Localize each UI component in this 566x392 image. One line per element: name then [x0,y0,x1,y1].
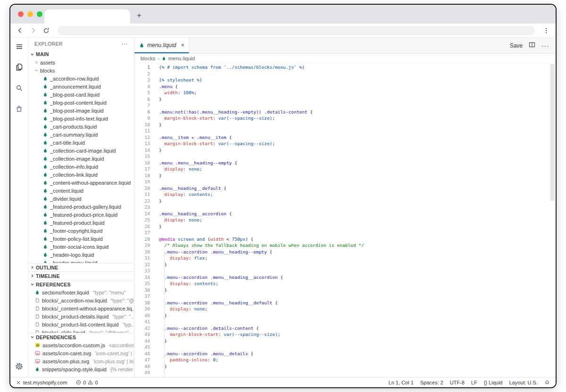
dependency-item[interactable]: assets/icon-plus.svg'icon-plus.svg' | in… [28,357,134,365]
code-line[interactable]: 30 .menu--accordion .menu__heading--empt… [134,249,556,255]
address-bar[interactable] [58,26,535,35]
section-main[interactable]: MAIN [28,50,134,58]
section-timeline[interactable]: TIMELINE [28,271,134,280]
cursor-position[interactable]: Ln 1, Col 1 [389,380,414,385]
code-line[interactable]: 47 padding-inline: 0; [134,357,556,363]
code-editor[interactable]: 1{% # import schema from '../schemas/blo… [134,63,556,377]
close-window-button[interactable] [18,11,24,17]
file-row[interactable]: _content.liquid [28,187,134,195]
code-line[interactable]: 27 [134,229,556,236]
encoding[interactable]: UTF-8 [450,380,465,385]
code-line[interactable]: 44 } [134,338,556,344]
code-line[interactable]: 15 [134,153,556,160]
file-row[interactable]: _blog-post-info-text.liquid [28,114,134,122]
code-line[interactable]: 46 .menu--accordion .menu__details { [134,351,556,357]
code-line[interactable]: 11 [134,128,556,134]
code-line[interactable]: 43 margin-block-start: var(--spacing--si… [134,331,556,338]
code-line[interactable]: 33 [134,268,556,274]
minimize-window-button[interactable] [27,11,33,17]
file-row[interactable]: _cart-summary.liquid [28,131,134,139]
explorer-actions-icon[interactable]: ··· [121,42,128,45]
code-line[interactable]: 13 margin-block-start: var(--spacing--si… [134,140,556,147]
more-actions-icon[interactable]: ··· [541,42,549,49]
dependency-item[interactable]: JSassets/accordion-custom.js<accordion-.… [28,341,134,349]
code-line[interactable]: 37 [134,293,556,300]
code-line[interactable]: 50 .menu--accordion .menu__heading { [134,376,556,377]
eol[interactable]: LF [471,380,477,385]
forward-icon[interactable] [28,26,38,35]
code-line[interactable]: 34 .menu--accordion .menu__heading__acco… [134,274,556,281]
code-line[interactable]: 20.menu__heading__default { [134,185,556,192]
reference-item[interactable]: blocks/_product-details.liquid"type": ".… [28,312,134,320]
dependency-item[interactable]: assets/icon-caret.svg'icon-caret.svg' | … [28,349,134,357]
file-row[interactable]: _featured-product.liquid [28,219,134,227]
settings-gear-icon[interactable] [15,362,23,370]
file-row[interactable]: _blog-post-image.liquid [28,106,134,114]
code-line[interactable]: 31 display: flex; [134,255,556,261]
browser-tab[interactable] [44,9,130,24]
folder-assets[interactable]: assets [28,58,134,66]
notifications-bell-icon[interactable] [544,380,550,385]
file-row[interactable]: _collection-link.liquid [28,171,134,179]
file-row[interactable]: _featured-product-price.liquid [28,211,134,219]
code-line[interactable]: 7 [134,102,556,109]
code-line[interactable]: 6} [134,96,556,103]
browser-menu-icon[interactable] [541,26,551,35]
code-line[interactable]: 22} [134,198,556,204]
split-editor-icon[interactable] [529,41,535,49]
code-line[interactable]: 28@media screen and (width < 750px) { [134,236,556,243]
code-line[interactable]: 1{% # import schema from '../schemas/blo… [134,64,556,71]
code-line[interactable]: 29 /* Always show the fallback heading o… [134,242,556,249]
close-tab-icon[interactable]: × [181,41,184,49]
code-line[interactable]: 41 [134,318,556,325]
indentation[interactable]: Spaces: 2 [420,380,443,385]
remote-indicator-icon[interactable] [16,380,21,385]
code-line[interactable]: 19 [134,179,556,185]
file-row[interactable]: _announcement.liquid [28,82,134,90]
file-row[interactable]: _blog-post-card.liquid [28,90,134,98]
file-row[interactable]: _cart-title.liquid [28,139,134,147]
reference-item[interactable]: blocks/_product-list-content.liquid"typ.… [28,320,134,328]
code-line[interactable]: 3{% stylesheet %} [134,77,556,83]
code-line[interactable]: 36 } [134,287,556,294]
code-line[interactable]: 14} [134,147,556,154]
code-line[interactable]: 23 [134,204,556,211]
save-button[interactable]: Save [510,42,523,49]
section-outline[interactable]: OUTLINE [28,263,134,271]
zoom-window-button[interactable] [37,11,42,17]
status-host[interactable]: test.myshopify.com [23,380,67,385]
code-line[interactable]: 10} [134,122,556,128]
code-line[interactable]: 39 display: none; [134,306,556,312]
folder-blocks[interactable]: blocks [28,66,134,74]
code-line[interactable]: 12.menu__item + .menu__item { [134,134,556,141]
shopify-bag-icon[interactable] [15,105,23,113]
reference-item[interactable]: blocks/_slide.liquid"type": "@theme" [28,328,134,333]
code-line[interactable]: 25 display: none; [134,217,556,223]
code-line[interactable]: 45 [134,344,556,351]
file-row[interactable]: _cart-products.liquid [28,122,134,131]
file-row[interactable]: _accordion-row.liquid [28,74,134,82]
breadcrumb-file[interactable]: menu.liquid [168,56,195,61]
code-line[interactable]: 26} [134,223,556,230]
code-line[interactable]: 24.menu__heading__accordion { [134,211,556,217]
code-line[interactable]: 38 .menu--accordion .menu__heading__defa… [134,300,556,306]
code-line[interactable]: 16.menu .menu__heading--empty { [134,160,556,166]
file-row[interactable]: _footer-policy-list.liquid [28,235,134,243]
reference-item[interactable]: blocks/_accordion-row.liquid"type": "@t.… [28,296,134,304]
file-row[interactable]: _collection-card-image.liquid [28,147,134,155]
code-line[interactable]: 5 width: 100%; [134,90,556,96]
file-row[interactable]: _content-without-appearance.liquid [28,179,134,187]
code-line[interactable]: 17 display: none; [134,166,556,172]
editor-scrollbar[interactable] [550,64,555,201]
code-line[interactable]: 4.menu { [134,83,556,90]
code-line[interactable]: 48 } [134,363,556,370]
code-line[interactable]: 8.menu:not(:has(.menu__heading--empty)) … [134,109,556,115]
file-row[interactable]: _header-logo.liquid [28,251,134,259]
code-line[interactable]: 35 display: contents; [134,280,556,287]
tab-menu-liquid[interactable]: menu.liquid × [134,38,189,53]
language-mode[interactable]: {} Liquid [484,380,503,385]
reference-item[interactable]: sections/footer.liquid"type": "menu" [28,288,134,296]
section-references[interactable]: REFERENCES [28,280,134,288]
new-tab-button[interactable]: + [133,9,145,22]
file-row[interactable]: _footer-copyright.liquid [28,227,134,235]
